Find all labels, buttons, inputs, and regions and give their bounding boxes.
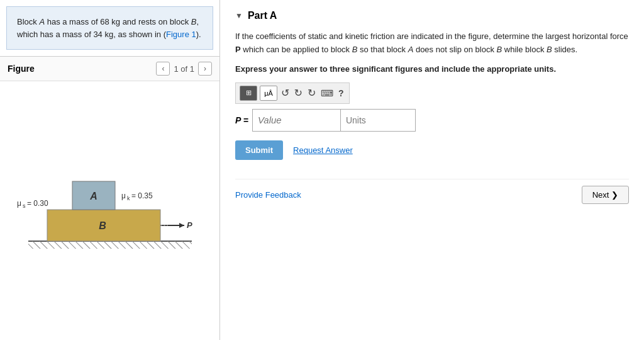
mu-k-value: = 0.35 xyxy=(131,191,153,200)
block-b-label: B xyxy=(99,220,106,231)
figure-nav: ‹ 1 of 1 › xyxy=(156,62,212,76)
figure-canvas: B A μ s = 0.30 μ k = 0.35 P xyxy=(0,81,219,340)
mu-k-label: μ xyxy=(121,191,126,200)
block-a-label: A xyxy=(89,191,97,201)
request-answer-button[interactable]: Request Answer xyxy=(293,145,353,155)
figure-section: Figure ‹ 1 of 1 › xyxy=(0,56,219,340)
help-icon[interactable]: ? xyxy=(337,88,345,98)
figure-prev-button[interactable]: ‹ xyxy=(156,62,170,76)
p-equals-label: P = xyxy=(235,115,248,125)
part-header: ▼ Part A xyxy=(235,10,629,21)
input-row: P = xyxy=(235,109,629,132)
problem-text: Block A has a mass of 68 kg and rests on… xyxy=(17,17,201,39)
collapse-arrow-icon[interactable]: ▼ xyxy=(235,11,243,20)
bottom-bar: Provide Feedback Next ❯ xyxy=(235,179,629,204)
math-toolbar: ⊞ μÂ ↺ ↺ ↻ ⌨ ? xyxy=(235,82,350,104)
mu-s-value: = 0.30 xyxy=(27,199,48,208)
value-input[interactable] xyxy=(252,109,340,132)
mu-button[interactable]: μÂ xyxy=(260,86,277,101)
mu-s-subscript: s xyxy=(23,203,26,209)
figure-link[interactable]: Figure 1 xyxy=(166,30,196,39)
undo-icon[interactable]: ↺ xyxy=(280,87,291,99)
problem-statement: If the coefficients of static and kineti… xyxy=(235,30,629,57)
left-panel: Block A has a mass of 68 kg and rests on… xyxy=(0,0,220,340)
units-input[interactable] xyxy=(340,109,416,132)
mu-k-subscript: k xyxy=(127,195,130,201)
next-button[interactable]: Next ❯ xyxy=(582,186,629,204)
refresh-icon[interactable]: ↻ xyxy=(306,87,317,99)
redo-icon[interactable]: ↺ xyxy=(293,87,304,99)
p-arrow-label: P xyxy=(187,220,192,230)
grid-button[interactable]: ⊞ xyxy=(240,86,257,101)
express-instruction: Express your answer to three significant… xyxy=(235,64,629,74)
submit-button[interactable]: Submit xyxy=(235,140,283,160)
figure-title: Figure xyxy=(8,64,156,74)
mu-s-label: μ xyxy=(17,199,21,208)
answer-area: ⊞ μÂ ↺ ↺ ↻ ⌨ ? P = xyxy=(235,82,629,132)
figure-header: Figure ‹ 1 of 1 › xyxy=(0,57,219,81)
ground-hatch xyxy=(28,241,192,249)
physics-figure: B A μ s = 0.30 μ k = 0.35 P xyxy=(16,161,204,261)
right-panel: ▼ Part A If the coefficients of static a… xyxy=(220,0,644,340)
provide-feedback-link[interactable]: Provide Feedback xyxy=(235,190,301,200)
problem-text-box: Block A has a mass of 68 kg and rests on… xyxy=(6,6,213,50)
page-indicator: 1 of 1 xyxy=(174,64,194,74)
action-row: Submit Request Answer xyxy=(235,140,629,160)
keyboard-icon[interactable]: ⌨ xyxy=(319,88,335,98)
figure-next-button[interactable]: › xyxy=(198,62,212,76)
part-title: Part A xyxy=(248,10,277,21)
force-arrow-head xyxy=(179,223,184,228)
